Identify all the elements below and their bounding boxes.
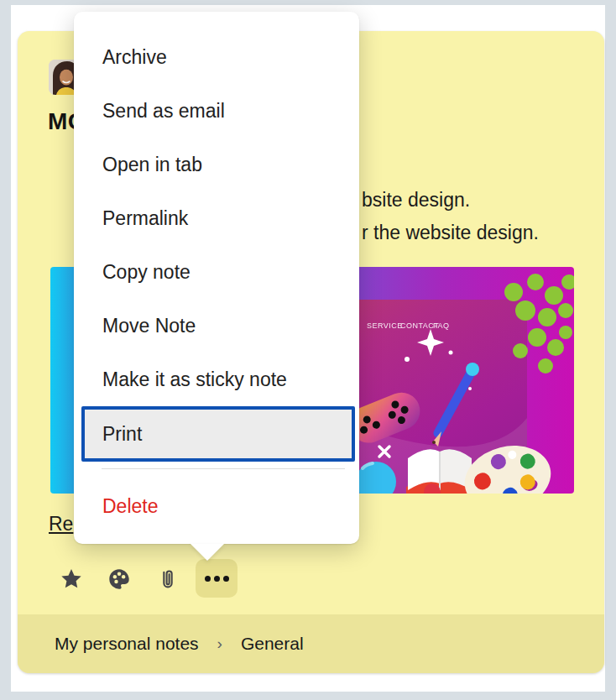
menu-item-move-note[interactable]: Move Note bbox=[74, 299, 359, 353]
note-link-fragment[interactable]: Re bbox=[49, 513, 73, 535]
menu-item-open-in-tab[interactable]: Open in tab bbox=[74, 138, 359, 191]
more-options-button[interactable] bbox=[196, 559, 238, 598]
breadcrumb-section[interactable]: General bbox=[241, 634, 304, 654]
note-context-menu: Archive Send as email Open in tab Permal… bbox=[74, 12, 359, 544]
breadcrumb-notebook[interactable]: My personal notes bbox=[55, 634, 199, 654]
color-button[interactable] bbox=[107, 567, 131, 591]
paperclip-icon bbox=[156, 567, 180, 591]
menu-item-delete[interactable]: Delete bbox=[74, 479, 359, 533]
note-footer: My personal notes › General bbox=[18, 614, 604, 673]
illustration-nav-service: SERVICE bbox=[367, 321, 403, 330]
menu-item-permalink[interactable]: Permalink bbox=[74, 191, 359, 245]
breadcrumb-chevron-icon: › bbox=[217, 635, 222, 653]
palette-icon bbox=[107, 567, 131, 591]
menu-item-copy-note[interactable]: Copy note bbox=[74, 245, 359, 299]
ellipsis-icon bbox=[214, 576, 220, 582]
note-body-line: r the website design. bbox=[362, 217, 539, 249]
ellipsis-icon bbox=[223, 576, 229, 582]
menu-item-send-as-email[interactable]: Send as email bbox=[74, 84, 359, 138]
menu-item-make-sticky-note[interactable]: Make it as sticky note bbox=[74, 353, 359, 406]
star-icon bbox=[60, 567, 83, 591]
note-body-text: bsite design. r the website design. bbox=[362, 184, 539, 249]
menu-separator bbox=[102, 468, 345, 469]
menu-item-archive[interactable]: Archive bbox=[74, 30, 359, 84]
attachment-button[interactable] bbox=[156, 567, 180, 591]
illustration-nav-faq: FAQ bbox=[433, 321, 450, 330]
ellipsis-icon bbox=[205, 576, 211, 582]
menu-item-print[interactable]: Print bbox=[81, 406, 355, 462]
note-body-line: bsite design. bbox=[362, 184, 539, 217]
open-book-decoration bbox=[406, 449, 473, 494]
favorite-button[interactable] bbox=[60, 567, 83, 591]
menu-pointer-tail bbox=[191, 544, 224, 561]
